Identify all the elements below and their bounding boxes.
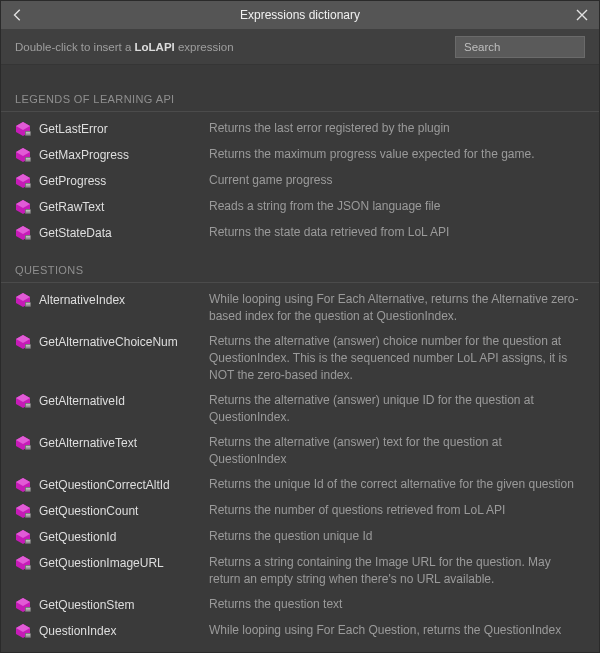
expression-row[interactable]: GetAlternativeTextReturns the alternativ…: [1, 430, 599, 472]
svg-rect-19: [26, 211, 30, 212]
expression-name: GetQuestionImageURL: [39, 554, 164, 572]
expression-icon: [15, 199, 31, 215]
expression-row[interactable]: AlternativeIndexWhile looping using For …: [1, 287, 599, 329]
svg-rect-34: [26, 346, 30, 347]
section-header: TESTING TOOLS: [1, 644, 599, 652]
expression-row[interactable]: GetQuestionStemReturns the question text: [1, 592, 599, 618]
svg-rect-9: [26, 159, 30, 160]
expression-icon: [15, 334, 31, 350]
window-title: Expressions dictionary: [1, 8, 599, 22]
titlebar: Expressions dictionary: [1, 1, 599, 29]
expression-row[interactable]: GetQuestionImageURLReturns a string cont…: [1, 550, 599, 592]
expression-icon: [15, 435, 31, 451]
expression-row[interactable]: GetAlternativeChoiceNumReturns the alter…: [1, 329, 599, 388]
expression-row[interactable]: QuestionIndexWhile looping using For Eac…: [1, 618, 599, 644]
expression-description: While looping using For Each Question, r…: [209, 622, 585, 639]
svg-rect-53: [26, 514, 30, 515]
expression-icon: [15, 225, 31, 241]
expression-row[interactable]: GetRawTextReads a string from the JSON l…: [1, 194, 599, 220]
svg-rect-29: [26, 304, 30, 305]
svg-rect-58: [26, 540, 30, 541]
expression-row[interactable]: GetLastErrorReturns the last error regis…: [1, 116, 599, 142]
expression-description: Returns the question text: [209, 596, 585, 613]
expression-row-left: GetQuestionCount: [15, 502, 209, 520]
expression-description: Returns the number of questions retrieve…: [209, 502, 585, 519]
expression-name: GetMaxProgress: [39, 146, 129, 164]
svg-rect-74: [26, 635, 30, 636]
svg-rect-73: [26, 634, 30, 635]
expression-row[interactable]: GetAlternativeIdReturns the alternative …: [1, 388, 599, 430]
expression-row-left: GetQuestionCorrectAltId: [15, 476, 209, 494]
expression-row[interactable]: GetMaxProgressReturns the maximum progre…: [1, 142, 599, 168]
search-input[interactable]: [455, 36, 585, 58]
expression-row[interactable]: GetQuestionCorrectAltIdReturns the uniqu…: [1, 472, 599, 498]
expression-row-left: GetLastError: [15, 120, 209, 138]
svg-rect-44: [26, 447, 30, 448]
svg-rect-38: [26, 404, 30, 405]
svg-rect-4: [26, 133, 30, 134]
arrow-left-icon: [11, 8, 25, 22]
svg-rect-64: [26, 567, 30, 568]
svg-rect-54: [26, 515, 30, 516]
toolbar-hint: Double-click to insert a LoLAPI expressi…: [15, 41, 455, 53]
svg-rect-33: [26, 345, 30, 346]
expression-icon: [15, 121, 31, 137]
expression-description: Returns the alternative (answer) unique …: [209, 392, 585, 426]
expression-row-left: GetProgress: [15, 172, 209, 190]
svg-rect-49: [26, 489, 30, 490]
expression-description: Returns the alternative (answer) text fo…: [209, 434, 585, 468]
svg-rect-24: [26, 237, 30, 238]
svg-rect-69: [26, 609, 30, 610]
expression-icon: [15, 503, 31, 519]
svg-rect-14: [26, 185, 30, 186]
toolbar: Double-click to insert a LoLAPI expressi…: [1, 29, 599, 65]
expression-row-left: GetMaxProgress: [15, 146, 209, 164]
section-header: LEGENDS OF LEARNING API: [1, 75, 599, 112]
expression-name: GetAlternativeChoiceNum: [39, 333, 178, 351]
expression-row[interactable]: GetProgressCurrent game progress: [1, 168, 599, 194]
back-button[interactable]: [1, 1, 35, 29]
svg-rect-13: [26, 184, 30, 185]
hint-prefix: Double-click to insert a: [15, 41, 135, 53]
expression-icon: [15, 147, 31, 163]
svg-rect-18: [26, 210, 30, 211]
expression-row-left: GetQuestionId: [15, 528, 209, 546]
expression-row[interactable]: GetQuestionIdReturns the question unique…: [1, 524, 599, 550]
section-header: QUESTIONS: [1, 246, 599, 283]
svg-rect-3: [26, 132, 30, 133]
expression-row-left: GetRawText: [15, 198, 209, 216]
svg-rect-63: [26, 566, 30, 567]
content-area[interactable]: LEGENDS OF LEARNING API GetLastErrorRetu…: [1, 65, 599, 652]
expression-name: AlternativeIndex: [39, 291, 125, 309]
expression-row-left: GetAlternativeChoiceNum: [15, 333, 209, 351]
expression-row-left: GetQuestionImageURL: [15, 554, 209, 572]
expressions-dictionary-window: Expressions dictionary Double-click to i…: [0, 0, 600, 653]
expression-row-left: GetStateData: [15, 224, 209, 242]
expression-name: GetQuestionStem: [39, 596, 134, 614]
expression-description: Returns the alternative (answer) choice …: [209, 333, 585, 384]
expression-row[interactable]: GetQuestionCountReturns the number of qu…: [1, 498, 599, 524]
svg-rect-28: [26, 303, 30, 304]
expression-icon: [15, 393, 31, 409]
expression-name: GetAlternativeText: [39, 434, 137, 452]
svg-rect-59: [26, 541, 30, 542]
svg-rect-68: [26, 608, 30, 609]
expression-name: QuestionIndex: [39, 622, 116, 640]
svg-rect-8: [26, 158, 30, 159]
expression-row[interactable]: GetStateDataReturns the state data retri…: [1, 220, 599, 246]
expression-row-left: GetQuestionStem: [15, 596, 209, 614]
svg-rect-23: [26, 236, 30, 237]
expression-icon: [15, 292, 31, 308]
hint-suffix: expression: [175, 41, 234, 53]
close-button[interactable]: [565, 1, 599, 29]
expression-row-left: GetAlternativeText: [15, 434, 209, 452]
expression-description: Reads a string from the JSON language fi…: [209, 198, 585, 215]
expression-description: Returns a string containing the Image UR…: [209, 554, 585, 588]
expression-name: GetProgress: [39, 172, 106, 190]
expression-icon: [15, 623, 31, 639]
expression-icon: [15, 555, 31, 571]
expression-icon: [15, 477, 31, 493]
expression-row-left: GetAlternativeId: [15, 392, 209, 410]
expression-icon: [15, 529, 31, 545]
expression-description: Returns the question unique Id: [209, 528, 585, 545]
